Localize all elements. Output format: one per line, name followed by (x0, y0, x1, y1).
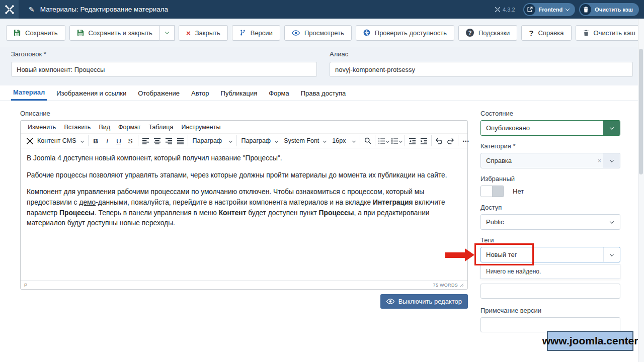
editor-content[interactable]: В Joomla 4 доступен новый компонент, кот… (21, 148, 467, 280)
title-field-group: Заголовок * (11, 50, 317, 77)
underlined-word: демо (79, 199, 96, 206)
align-right-button[interactable] (163, 135, 175, 147)
access-select[interactable]: Public (480, 214, 620, 230)
status-select-addon[interactable] (603, 121, 620, 135)
vertical-scrollbar[interactable] (638, 19, 644, 362)
menu-view[interactable]: Вид (95, 124, 114, 131)
save-close-split-button: Сохранить и закрыть (69, 25, 175, 41)
tab-display[interactable]: Отображение (136, 85, 182, 101)
access-select-addon[interactable] (603, 215, 620, 229)
category-field-group: Категория * Справка × (480, 142, 620, 168)
editor-paragraph: Рабочие процессы позволяют управлять эта… (27, 170, 461, 181)
tab-material[interactable]: Материал (11, 85, 47, 101)
tab-form[interactable]: Форма (267, 85, 291, 101)
version-note-label: Примечание версии (480, 307, 620, 314)
tags-input[interactable]: Новый тег (480, 247, 620, 262)
accessibility-check-button[interactable]: Проверить доступность (356, 25, 454, 41)
clear-selection-icon[interactable]: × (598, 157, 601, 164)
version-note-input[interactable] (480, 317, 620, 332)
outdent-button[interactable] (407, 135, 418, 147)
action-toolbar: Сохранить Сохранить и закрыть × Закрыть … (0, 19, 644, 47)
italic-button[interactable]: I (102, 135, 113, 147)
menu-insert[interactable]: Вставить (60, 124, 95, 131)
version-note-field-group: Примечание версии (480, 307, 620, 332)
toggle-on-half[interactable] (493, 186, 504, 197)
cms-content-button[interactable]: Контент CMS (23, 137, 87, 145)
editor-toolbar: Контент CMS B I U S (21, 133, 467, 148)
search-replace-button[interactable] (362, 135, 373, 147)
styles-group: Параграф (188, 135, 237, 146)
save-button[interactable]: Сохранить (6, 25, 65, 41)
redo-button[interactable] (445, 135, 456, 147)
category-select-addon[interactable] (603, 153, 620, 168)
title-input[interactable] (11, 62, 317, 77)
new-tag-input[interactable] (480, 284, 620, 299)
status-select[interactable]: Опубликовано (480, 120, 620, 136)
chevron-down-icon (399, 139, 403, 142)
joomla-version-icon (495, 7, 501, 13)
tab-images-links[interactable]: Изображения и ссылки (54, 85, 128, 101)
chevron-down-icon (80, 139, 84, 142)
external-link-icon (524, 4, 535, 15)
editor-menubar: Изменить Вставить Вид Формат Таблица Инс… (21, 121, 467, 133)
eye-icon (386, 299, 394, 304)
preview-button[interactable]: Просмотреть (284, 25, 352, 41)
undo-button[interactable] (433, 135, 445, 147)
status-field-group: Состояние Опубликовано (480, 110, 620, 136)
chevron-down-icon (165, 30, 169, 34)
status-label: Состояние (480, 110, 620, 117)
toggle-off-half[interactable] (481, 186, 493, 197)
menu-table[interactable]: Таблица (144, 124, 177, 131)
alias-field-group: Алиас (330, 50, 633, 77)
list-group (375, 135, 405, 146)
clear-cache-button[interactable]: Очистить кэш (576, 25, 643, 41)
bullet-list-button[interactable] (377, 135, 390, 147)
font-family-select[interactable]: System Font (281, 137, 329, 144)
more-tools-button[interactable]: ⋯ (460, 135, 471, 147)
tab-publishing[interactable]: Публикация (219, 85, 260, 101)
question-mark-icon: ? (529, 29, 533, 37)
help-button[interactable]: ? Справка (521, 25, 571, 41)
category-select[interactable]: Справка × (480, 153, 620, 168)
editor-column: Описание Изменить Вставить Вид Формат Та… (20, 110, 468, 309)
joomla-logo[interactable] (0, 0, 19, 19)
resize-grip-icon[interactable] (460, 283, 464, 287)
save-and-close-button[interactable]: Сохранить и закрыть (69, 25, 160, 41)
frontend-button[interactable]: Frontend (523, 3, 576, 16)
save-options-dropdown-button[interactable] (160, 25, 175, 41)
no-results-text: Ничего не найдено. (486, 268, 541, 275)
numbered-list-button[interactable] (390, 135, 403, 147)
align-justify-button[interactable] (175, 135, 186, 147)
indent-button[interactable] (418, 135, 430, 147)
topbar-right: 4.3.2 Frontend Очистить кэш (495, 3, 644, 16)
tags-select-addon[interactable] (603, 247, 620, 262)
alias-input[interactable] (330, 62, 633, 77)
toggle-editor-button[interactable]: Выключить редактор (380, 294, 468, 309)
bold-button[interactable]: B (90, 135, 102, 147)
strikethrough-button[interactable]: S (125, 135, 136, 147)
align-center-button[interactable] (151, 135, 163, 147)
menu-edit[interactable]: Изменить (24, 124, 60, 131)
tooltips-button[interactable]: ? Подсказки (458, 25, 517, 41)
font-size-select[interactable]: 16px (329, 137, 358, 144)
action-toolbar-right: ? Подсказки ? Справка Очистить кэш (458, 25, 643, 41)
menu-tools[interactable]: Инструменты (177, 124, 224, 131)
versions-button[interactable]: Версии (232, 25, 280, 41)
editor-actions: Выключить редактор (20, 294, 468, 309)
tab-author[interactable]: Автор (189, 85, 211, 101)
topbar-clear-cache-button[interactable]: Очистить кэш (579, 3, 639, 16)
alignment-group (138, 135, 188, 146)
align-left-button[interactable] (140, 135, 151, 147)
element-path[interactable]: P (24, 283, 27, 288)
editor-statusbar: P 75 WORDS (21, 280, 467, 289)
underline-button[interactable]: U (113, 135, 125, 147)
scrollbar-thumb[interactable] (639, 49, 643, 174)
menu-format[interactable]: Формат (114, 124, 144, 131)
save-icon (77, 29, 84, 36)
close-button[interactable]: × Закрыть (179, 25, 228, 41)
styles-select[interactable]: Параграф (190, 137, 235, 144)
tab-permissions[interactable]: Права доступа (299, 85, 348, 101)
featured-toggle[interactable] (480, 186, 504, 197)
block-select[interactable]: Параграф (238, 137, 281, 144)
arrow-head (465, 248, 474, 261)
